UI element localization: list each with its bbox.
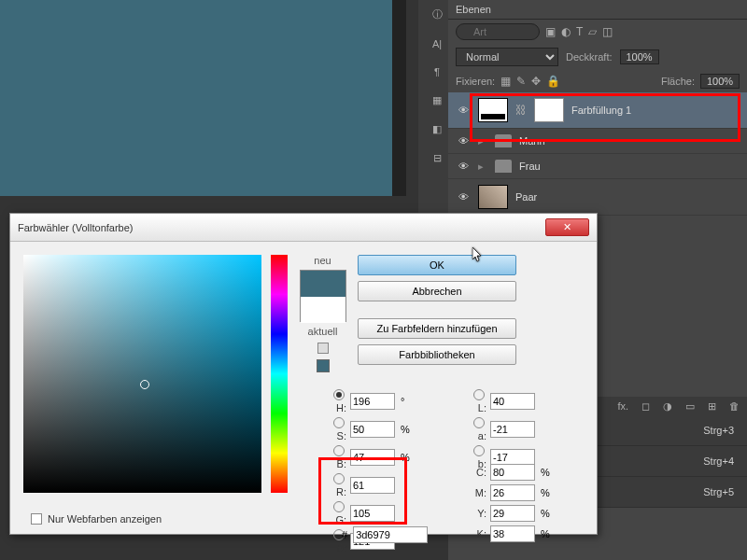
saturation-value-picker[interactable] xyxy=(23,255,261,493)
h-input[interactable] xyxy=(350,393,395,410)
s-input[interactable] xyxy=(350,421,395,438)
fill-value[interactable]: 100% xyxy=(700,74,740,89)
new-label: neu xyxy=(297,255,348,266)
panel-title-row: Ebenen xyxy=(448,0,747,20)
h-radio[interactable] xyxy=(333,389,345,400)
lock-all-icon[interactable]: 🔒 xyxy=(546,75,560,88)
lock-paint-icon[interactable]: ✎ xyxy=(516,75,526,88)
hex-input[interactable] xyxy=(353,526,428,543)
cmyk-fields: C:% M:% Y:% K:% xyxy=(468,464,555,542)
k-input[interactable] xyxy=(490,525,535,542)
ok-button[interactable]: OK xyxy=(358,255,516,275)
visibility-icon[interactable]: 👁 xyxy=(456,161,471,172)
opacity-label: Deckkraft: xyxy=(566,51,613,63)
visibility-icon[interactable]: 👁 xyxy=(456,135,471,147)
lock-trans-icon[interactable]: ▦ xyxy=(500,75,511,88)
folder-icon xyxy=(495,160,512,173)
sv-cursor xyxy=(140,380,149,389)
close-button[interactable]: ✕ xyxy=(545,218,589,236)
color-picker-dialog: Farbwähler (Volltonfarbe) ✕ neu aktuell … xyxy=(9,213,598,535)
layer-name: Paar xyxy=(515,191,537,203)
dialog-title: Farbwähler (Volltonfarbe) xyxy=(18,222,134,233)
fill-label: Fläche: xyxy=(661,76,695,87)
new-layer-icon[interactable]: ⊞ xyxy=(708,400,716,413)
cursor-icon xyxy=(472,247,484,262)
grid-icon[interactable]: ▦ xyxy=(432,94,442,106)
hue-slider[interactable] xyxy=(271,255,288,493)
adjustment-icon[interactable]: ◑ xyxy=(663,400,672,413)
b2-radio[interactable] xyxy=(473,445,485,456)
visibility-icon[interactable]: 👁 xyxy=(456,105,471,116)
hex-label: # xyxy=(342,529,347,540)
a-radio[interactable] xyxy=(473,417,485,428)
c-input[interactable] xyxy=(490,464,535,481)
expand-icon[interactable]: ▸ xyxy=(478,161,487,173)
dialog-titlebar[interactable]: Farbwähler (Volltonfarbe) ✕ xyxy=(10,214,597,242)
type-icon[interactable]: A| xyxy=(432,38,442,49)
panel-title: Ebenen xyxy=(456,4,491,15)
info-icon[interactable]: ⓘ xyxy=(432,7,443,21)
cancel-button[interactable]: Abbrechen xyxy=(358,281,516,301)
adjust-filter-icon[interactable]: ◐ xyxy=(561,25,571,38)
visibility-icon[interactable]: 👁 xyxy=(456,191,471,203)
opacity-value[interactable]: 100% xyxy=(620,49,659,64)
annotation-layer-highlight xyxy=(470,93,740,142)
fx-icon[interactable]: fx. xyxy=(617,400,628,413)
mask-icon[interactable]: ◻ xyxy=(641,400,650,413)
blend-mode-select[interactable]: Normal xyxy=(456,48,558,66)
shape-filter-icon[interactable]: ▱ xyxy=(588,25,597,38)
group-icon[interactable]: ▭ xyxy=(685,400,695,413)
current-color-swatch xyxy=(301,297,345,323)
color-preview xyxy=(300,270,346,322)
a-input[interactable] xyxy=(490,421,535,438)
swatches-icon[interactable]: ◧ xyxy=(432,123,442,135)
adjustments-icon[interactable]: ⊟ xyxy=(433,152,442,164)
image-filter-icon[interactable]: ▣ xyxy=(545,25,556,38)
layer-row-paar[interactable]: 👁 Paar xyxy=(448,179,747,216)
cube-icon[interactable] xyxy=(317,343,329,354)
layer-filter-input[interactable] xyxy=(456,23,540,40)
l-input[interactable] xyxy=(490,393,535,410)
type-filter-icon[interactable]: T xyxy=(576,25,583,38)
layer-row-frau[interactable]: 👁 ▸ Frau xyxy=(448,154,747,179)
annotation-rgb-highlight xyxy=(318,457,407,525)
m-input[interactable] xyxy=(490,484,535,501)
y-input[interactable] xyxy=(490,505,535,522)
new-color-swatch xyxy=(301,271,345,297)
layer-name: Frau xyxy=(519,161,541,172)
l-radio[interactable] xyxy=(473,389,485,400)
s-radio[interactable] xyxy=(333,417,345,428)
canvas-area xyxy=(0,0,406,196)
paragraph-icon[interactable]: ¶ xyxy=(434,66,440,77)
webonly-checkbox[interactable] xyxy=(31,513,42,525)
lock-move-icon[interactable]: ✥ xyxy=(531,75,541,88)
color-libraries-button[interactable]: Farbbibliotheken xyxy=(358,344,516,365)
lock-label: Fixieren: xyxy=(456,76,495,87)
add-swatch-button[interactable]: Zu Farbfeldern hinzufügen xyxy=(358,318,516,339)
delete-icon[interactable]: 🗑 xyxy=(729,400,740,413)
layer-thumb[interactable] xyxy=(478,185,508,209)
webonly-label: Nur Webfarben anzeigen xyxy=(48,513,162,525)
current-label: aktuell xyxy=(297,326,348,337)
smart-filter-icon[interactable]: ◫ xyxy=(602,25,613,38)
websafe-swatch[interactable] xyxy=(317,359,330,372)
b-radio[interactable] xyxy=(333,445,345,456)
lab-fields: L: a: b: xyxy=(468,389,555,469)
